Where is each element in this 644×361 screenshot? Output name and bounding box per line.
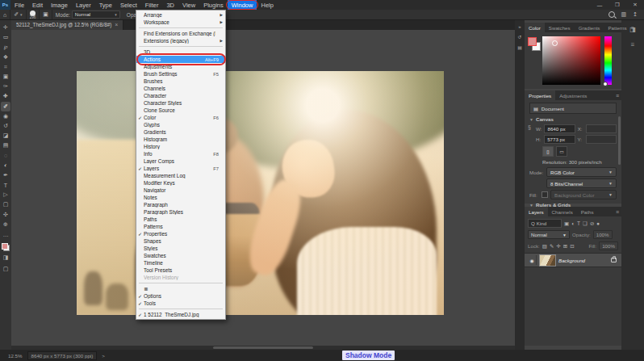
marquee-tool[interactable]: ▭: [1, 32, 10, 42]
menu-item-notes[interactable]: Notes: [136, 194, 225, 201]
filter-type-icon[interactable]: T: [577, 220, 580, 227]
zoom-tool[interactable]: ⊕: [1, 220, 10, 229]
menubar-item-type[interactable]: Type: [95, 0, 116, 10]
color-saturation-field[interactable]: [542, 36, 600, 85]
lock-transparency-icon[interactable]: ▨: [542, 243, 547, 250]
type-tool[interactable]: T: [1, 180, 10, 190]
bit-depth-dropdown[interactable]: 8 Bits/Channel▼: [546, 178, 617, 188]
crop-tool[interactable]: ⌗: [1, 62, 10, 72]
brush-size-picker[interactable]: 296: [27, 10, 40, 19]
brush-settings-toggle[interactable]: ▣: [40, 10, 52, 19]
lock-all-icon[interactable]: ⊡: [570, 243, 574, 250]
menu-item-character-styles[interactable]: Character Styles: [136, 99, 225, 107]
filter-toggle-icon[interactable]: ●: [596, 220, 600, 227]
menu-item-character[interactable]: Character: [136, 92, 225, 99]
toolbar-ellipsis-icon[interactable]: ⋯: [1, 232, 10, 241]
menu-item-swatches[interactable]: Swatches: [136, 252, 225, 259]
menu-item-workspace[interactable]: Workspace▶: [136, 19, 225, 26]
color-picker-marker[interactable]: [552, 40, 558, 46]
menu-item-patterns[interactable]: Patterns: [136, 223, 225, 230]
menu-item-tool-presets[interactable]: Tool Presets: [136, 267, 225, 274]
menu-item-paragraph-styles[interactable]: Paragraph Styles: [136, 208, 225, 216]
menubar-item-file[interactable]: File: [10, 0, 28, 10]
properties-tab-properties[interactable]: Properties: [525, 90, 555, 100]
foreground-color-swatch[interactable]: [528, 37, 537, 46]
menu-item-options[interactable]: ✓Options: [136, 292, 225, 300]
hue-slider-marker[interactable]: [603, 82, 608, 86]
menu-item-tools[interactable]: ✓Tools: [136, 300, 225, 307]
menu-item-version-history[interactable]: Version History: [136, 274, 225, 281]
fill-value[interactable]: 100%: [599, 241, 618, 250]
menubar-item-window[interactable]: Window: [228, 0, 257, 10]
menu-item-glyphs[interactable]: Glyphs: [136, 121, 225, 128]
object-selection-tool[interactable]: ❖: [1, 52, 10, 62]
document-tab[interactable]: 52112_TheSmeDJ.jpg @ 12.5% (RGB/8#) ×: [11, 19, 123, 30]
menu-item-brushes[interactable]: Brushes: [136, 78, 225, 85]
brush-preset-picker[interactable]: ✐ ▾: [10, 10, 26, 19]
menubar-item-image[interactable]: Image: [47, 0, 72, 10]
status-chevron-icon[interactable]: >: [102, 353, 105, 359]
search-icon[interactable]: [608, 11, 615, 18]
expand-panels-icon[interactable]: »: [518, 24, 521, 29]
menu-item-layer-comps[interactable]: Layer Comps: [136, 157, 225, 165]
properties-tab-adjustments[interactable]: Adjustments: [555, 90, 591, 100]
menu-item-find-extensions-on-exchange-legacy[interactable]: Find Extensions on Exchange (legacy)...: [136, 30, 225, 37]
lock-position-icon[interactable]: ✛: [556, 243, 560, 250]
menubar-item-help[interactable]: Help: [257, 0, 277, 10]
move-tool[interactable]: ✛: [1, 23, 10, 32]
lock-pixels-icon[interactable]: ✎: [550, 243, 554, 250]
layer-visibility-eye-icon[interactable]: ◉: [528, 255, 537, 265]
canvas-area[interactable]: [11, 30, 515, 346]
brush-tool[interactable]: ✐: [1, 102, 10, 111]
color-tab-patterns[interactable]: Patterns: [604, 23, 630, 32]
screen-mode-icon[interactable]: ▢: [1, 264, 10, 274]
menu-item-paths[interactable]: Paths: [136, 216, 225, 223]
menubar-item-layer[interactable]: Layer: [72, 0, 95, 10]
menubar-item-filter[interactable]: Filter: [141, 0, 163, 10]
filter-adjustment-icon[interactable]: ◐: [571, 220, 575, 227]
gradient-tool[interactable]: ▤: [1, 141, 10, 150]
menu-item-gradients[interactable]: Gradients: [136, 128, 225, 136]
history-icon[interactable]: ↺: [517, 34, 521, 40]
healing-brush-tool[interactable]: ✚: [1, 91, 10, 101]
hue-slider[interactable]: [604, 36, 612, 85]
menu-item-styles[interactable]: Styles: [136, 245, 225, 252]
filter-shape-icon[interactable]: ❏: [583, 220, 588, 227]
menu-item-layers[interactable]: ✓LayersF7: [136, 165, 225, 172]
layer-filter-dropdown[interactable]: Q Kind: [528, 219, 562, 228]
filter-smart-icon[interactable]: ⊘: [590, 220, 594, 227]
menubar-item-plugins[interactable]: Plugins: [199, 0, 228, 10]
menu-item-1-52112-thesmedj-jpg[interactable]: ✓1 52112_TheSmeDJ.jpg: [136, 311, 225, 318]
lasso-tool[interactable]: ℘: [1, 42, 10, 52]
frame-tool[interactable]: ▣: [1, 72, 10, 82]
close-icon[interactable]: ×: [115, 22, 118, 27]
panel-menu-icon[interactable]: ≡: [631, 25, 637, 31]
dodge-tool[interactable]: ◐: [1, 161, 10, 170]
menu-item-histogram[interactable]: Histogram: [136, 136, 225, 143]
filter-pixel-icon[interactable]: ▣: [564, 220, 569, 227]
blend-mode-dropdown[interactable]: Normal▼: [528, 230, 570, 239]
photo-document[interactable]: [77, 71, 444, 315]
landscape-orientation-button[interactable]: ▭: [556, 146, 567, 157]
menubar-item-edit[interactable]: Edit: [28, 0, 47, 10]
link-dimensions-icon[interactable]: §: [528, 124, 531, 130]
menu-item-adjustments[interactable]: Adjustments: [136, 63, 225, 70]
comments-icon[interactable]: ▤: [517, 44, 522, 50]
menu-item-measurement-log[interactable]: Measurement Log: [136, 172, 225, 179]
share-icon[interactable]: ↥: [633, 11, 638, 18]
foreground-color-swatch[interactable]: [2, 243, 8, 250]
blend-mode-dropdown[interactable]: Normal ▾: [72, 10, 120, 19]
workspace-switcher-icon[interactable]: ▥: [621, 11, 627, 18]
lock-artboard-icon[interactable]: ⊞: [563, 243, 567, 250]
hand-tool[interactable]: ✣: [1, 210, 10, 220]
menu-item-paragraph[interactable]: Paragraph: [136, 201, 225, 208]
panel-menu-icon[interactable]: ≡: [616, 93, 621, 99]
panel-menu-icon[interactable]: ≡: [616, 209, 621, 215]
menu-item-clone-source[interactable]: Clone Source: [136, 107, 225, 114]
eraser-tool[interactable]: ◪: [1, 131, 10, 141]
menu-item-color[interactable]: ✓ColorF6: [136, 114, 225, 121]
canvas-section-header[interactable]: ▼ Canvas: [529, 116, 617, 122]
menu-item-arrange[interactable]: Arrange▶: [136, 11, 225, 19]
color-mode-dropdown[interactable]: RGB Color▼: [546, 167, 617, 177]
menu-item-navigator[interactable]: Navigator: [136, 187, 225, 194]
